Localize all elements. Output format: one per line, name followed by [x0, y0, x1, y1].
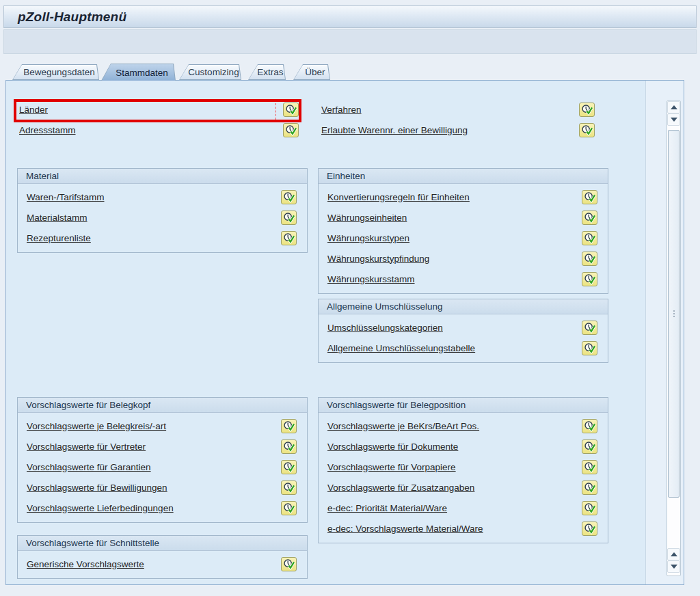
menu-row: Währungseinheiten: [319, 207, 608, 228]
menu-link[interactable]: Währungskursstamm: [327, 274, 415, 284]
menu-link[interactable]: Vorschlagswerte je BeKrs/BeArt Pos.: [327, 421, 479, 431]
menu-link[interactable]: Verfahren: [321, 105, 362, 115]
menu-link[interactable]: Vorschlagswerte Lieferbedingungen: [27, 503, 174, 513]
menu-link[interactable]: Waren-/Tarifstamm: [27, 192, 105, 202]
execute-button[interactable]: [582, 272, 597, 286]
menu-link[interactable]: Generische Vorschlagswerte: [27, 559, 144, 569]
execute-icon: [282, 461, 295, 473]
menu-link[interactable]: Vorschlagswerte für Bewilligungen: [27, 483, 167, 493]
menu-link[interactable]: Vorschlagswerte für Dokumente: [327, 442, 458, 452]
execute-button[interactable]: [582, 501, 597, 515]
execute-button[interactable]: [582, 480, 597, 495]
execute-button[interactable]: [281, 231, 297, 245]
down-arrow-icon: [671, 118, 677, 122]
execute-button[interactable]: [281, 557, 297, 571]
loose-links-right: Verfahren Erlaubte Warennr. einer Bewill…: [321, 99, 595, 140]
menu-row: Währungskurstypfindung: [319, 248, 608, 269]
menu-link[interactable]: Vorschlagswerte für Vertreter: [27, 442, 146, 452]
menu-link[interactable]: Länder: [19, 105, 48, 115]
execute-icon: [583, 253, 596, 265]
scroll-up-button-bottom[interactable]: [667, 548, 680, 560]
menu-link[interactable]: Währungseinheiten: [327, 213, 407, 223]
execute-button[interactable]: [281, 211, 297, 225]
menu-link[interactable]: Allgemeine Umschlüsselungstabelle: [327, 343, 475, 353]
execute-icon: [284, 104, 297, 116]
scroll-down-button[interactable]: [667, 113, 680, 126]
execute-button[interactable]: [281, 501, 297, 515]
group-title: Vorschlagswerte für Belegkopf: [18, 398, 307, 413]
execute-button[interactable]: [579, 123, 595, 137]
execute-button[interactable]: [281, 460, 297, 474]
execute-button[interactable]: [582, 321, 597, 335]
execute-icon: [583, 342, 596, 354]
menu-link[interactable]: e-dec: Vorschlagswerte Material/Ware: [327, 524, 483, 534]
menu-row: Vorschlagswerte Lieferbedingungen: [18, 498, 307, 518]
execute-button[interactable]: [582, 460, 597, 474]
execute-icon: [583, 482, 596, 493]
execute-button[interactable]: [582, 439, 597, 454]
menu-row: Allgemeine Umschlüsselungstabelle: [319, 338, 608, 358]
execute-icon: [282, 441, 295, 452]
tab-bewegungsdaten[interactable]: Bewegungsdaten: [12, 64, 99, 80]
execute-button[interactable]: [582, 341, 597, 355]
execute-button[interactable]: [582, 252, 597, 266]
group-vorschlagswerte-schnittstelle: Vorschlagswerte für Schnittstelle Generi…: [17, 535, 308, 579]
execute-button[interactable]: [582, 211, 597, 225]
execute-icon: [282, 191, 295, 203]
execute-icon: [583, 273, 596, 285]
menu-link[interactable]: Konvertierungsregeln für Einheiten: [327, 192, 470, 202]
execute-button[interactable]: [582, 522, 597, 536]
group-vorschlagswerte-belegkopf: Vorschlagswerte für Belegkopf Vorschlags…: [17, 397, 308, 523]
tab-label: Customizing: [180, 65, 241, 79]
tab-label: Extras: [249, 65, 285, 79]
menu-link[interactable]: Vorschlagswerte für Vorpapiere: [327, 462, 456, 472]
tab-extras[interactable]: Extras: [248, 64, 286, 80]
execute-button[interactable]: [281, 439, 297, 454]
menu-link[interactable]: Währungskurstypen: [327, 233, 409, 243]
gutter-divider: [645, 81, 646, 584]
menu-link[interactable]: e-dec: Priorität Material/Ware: [327, 503, 447, 513]
menu-link[interactable]: Vorschlagswerte für Zusatzangaben: [327, 483, 474, 493]
execute-icon: [284, 124, 297, 136]
menu-link[interactable]: Währungskurstypfindung: [327, 254, 429, 264]
sap-window: pZoll-Hauptmenü Bewegungsdaten Stammdate…: [0, 0, 700, 596]
execute-button[interactable]: [582, 190, 597, 204]
menu-link[interactable]: Erlaubte Warennr. einer Bewilligung: [321, 125, 468, 135]
menu-link[interactable]: Rezepturenliste: [27, 233, 91, 243]
execute-icon: [583, 461, 596, 473]
execute-icon: [583, 420, 596, 432]
loose-links-left: Länder Adressstamm: [19, 99, 299, 140]
menu-link[interactable]: Umschlüsselungskategorien: [327, 323, 443, 333]
scroll-down-button-bottom[interactable]: [667, 560, 680, 573]
tab-stammdaten[interactable]: Stammdaten: [101, 64, 176, 81]
menu-row: Währungskursstamm: [319, 269, 608, 289]
execute-button[interactable]: [579, 103, 595, 117]
tab-customizing[interactable]: Customizing: [179, 64, 241, 80]
tab-ueber[interactable]: Über: [293, 64, 330, 80]
thumb-grip-icon: [673, 310, 675, 317]
menu-row: e-dec: Priorität Material/Ware: [319, 498, 608, 518]
execute-button[interactable]: [283, 123, 299, 137]
menu-row: Materialstamm: [18, 207, 307, 228]
execute-button[interactable]: [281, 419, 297, 433]
menu-row: Umschlüsselungskategorien: [319, 317, 608, 338]
group-material: Material Waren-/Tarifstamm Materialstamm: [17, 168, 308, 253]
scroll-up-button[interactable]: [667, 101, 680, 113]
menu-link[interactable]: Materialstamm: [27, 213, 88, 223]
execute-button[interactable]: [283, 103, 299, 117]
menu-link[interactable]: Vorschlagswerte je Belegkreis/-art: [27, 421, 166, 431]
execute-icon: [282, 482, 295, 493]
menu-link[interactable]: Vorschlagswerte für Garantien: [27, 462, 151, 472]
vertical-scrollbar[interactable]: [667, 100, 681, 576]
scrollbar-thumb[interactable]: [668, 130, 679, 498]
execute-button[interactable]: [281, 480, 297, 495]
execute-button[interactable]: [582, 231, 597, 245]
execute-button[interactable]: [582, 419, 597, 433]
execute-icon: [583, 212, 596, 224]
menu-row: Vorschlagswerte für Bewilligungen: [18, 477, 307, 498]
tab-label: Über: [294, 65, 329, 79]
menu-link[interactable]: Adressstamm: [19, 125, 76, 135]
execute-icon: [282, 232, 295, 244]
execute-button[interactable]: [281, 190, 297, 204]
tab-label: Stammdaten: [102, 64, 175, 81]
